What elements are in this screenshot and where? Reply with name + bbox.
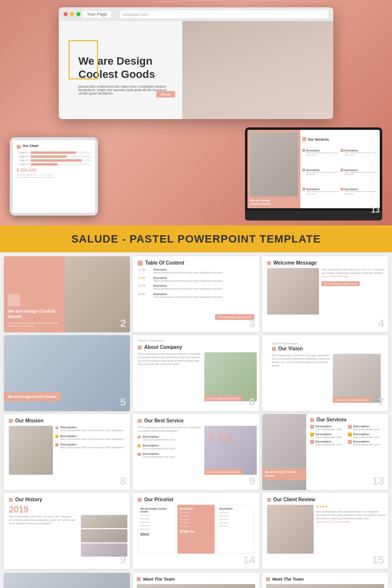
- service9-1: DescriptionSed ut perspiciatis unde: [310, 425, 346, 431]
- slide7-image: [9, 426, 53, 475]
- slide8-desc: Sed ut perspiciatis unde omnis iste natu…: [138, 426, 202, 433]
- slides-bottom-row: Meet The Team Meet The Team: [0, 573, 392, 588]
- slide12-title: Our Client Review: [273, 497, 316, 502]
- slide-card-8: Our Best Service Sed ut perspiciatis und…: [133, 414, 259, 490]
- hero-section: Your Page yourpage.com We are Design Coo…: [0, 0, 392, 225]
- laptop-left-panel: We are DesignCoolest Goods: [247, 130, 300, 208]
- slide5-header: Salude Presentation: [138, 339, 254, 342]
- service-icon-5: [302, 188, 305, 191]
- item4-desc: Sed ut perspiciatis unde omnis natus err…: [153, 295, 222, 299]
- slide9-title: Our Services: [317, 417, 347, 422]
- slide3-image: [267, 268, 319, 315]
- slide6-number: 7: [378, 396, 384, 409]
- time-4: 19.30: [138, 293, 151, 295]
- chart-icon: [17, 145, 21, 149]
- service-text-1: DescriptionSed ut perspiciatis unde omni…: [306, 149, 340, 157]
- slide1-left: We are Design Coolest Goods Sed ut persp…: [4, 256, 65, 332]
- partial-slide3-icon: [266, 577, 270, 581]
- laptop-slide-title: We are DesignCoolest Goods: [250, 199, 298, 206]
- price-col1-title: We are Design Coolest Goods: [140, 507, 172, 513]
- salude-button[interactable]: Salude: [156, 91, 175, 98]
- slide8-number: 9: [249, 475, 255, 488]
- laptop-service-6: DescriptionSed ut perspiciatis unde omni…: [341, 188, 378, 206]
- yellow-border-accent: [69, 40, 98, 79]
- service-text-5: DescriptionSed ut perspiciatis unde omni…: [306, 188, 340, 196]
- service-text-4: DescriptionSed ut perspiciatis unde omni…: [344, 169, 378, 176]
- service-icon-1: [302, 149, 305, 152]
- item2-content: Description Sed ut perspiciatis unde omn…: [153, 276, 222, 283]
- slide3-header: Welcome Message: [267, 260, 383, 266]
- service-text-c: DescriptionSed ut perspiciatis natus err…: [143, 452, 175, 459]
- slide9-icon: [310, 418, 314, 422]
- bar-bg-4: [30, 163, 91, 166]
- hero-slide-right: [182, 21, 333, 119]
- services-title: Our Services: [308, 138, 329, 141]
- slide10-year: 2019: [9, 505, 125, 515]
- chart-bar-4: Legend 4: [17, 163, 91, 166]
- laptop-service-2: DescriptionSed ut perspiciatis unde omni…: [341, 149, 378, 168]
- laptop-right-panel: Our Services DescriptionSed ut perspicia…: [300, 130, 380, 208]
- browser-bar: Your Page yourpage.com: [59, 7, 333, 21]
- slide3-title: Welcome Message: [273, 260, 317, 266]
- service-item-3: DescriptionSed ut perspiciatis natus err…: [138, 452, 202, 459]
- slide11-header: Our Pricelist: [138, 497, 254, 502]
- chart-bar-2: Legend 2: [17, 155, 91, 158]
- item1-content: Description Sed ut perspiciatis unde omn…: [153, 268, 222, 274]
- slide4-number: 5: [120, 396, 126, 409]
- slide5-tag: Salude Presentation: [138, 339, 164, 342]
- slide10-images: [81, 515, 127, 557]
- slide9-overlay: We are Design Coolest Goods: [262, 468, 306, 480]
- price-col-3: Description Description Description Desc…: [217, 505, 254, 554]
- hero-slide: We are Design Coolest Goods perspiciatis…: [59, 21, 333, 119]
- partial-slide3-title: Meet The Team: [272, 577, 304, 582]
- dot-green: [76, 12, 80, 16]
- slide-card-5: Salude Presentation About Company Sed ut…: [133, 335, 259, 411]
- slide8-items: DescriptionSed ut perspiciatis natus err…: [138, 435, 202, 459]
- bar-bg-3: [30, 159, 91, 162]
- bar-bg-2: [30, 155, 91, 158]
- mission-dot-2: [55, 435, 58, 438]
- slide7-title: Our Mission: [15, 418, 44, 423]
- slide9-number: 13: [372, 475, 384, 488]
- slide12-header: Our Client Review: [267, 497, 383, 502]
- slide-card-4: We are Design Coolest Goods 5: [4, 335, 130, 411]
- slide10-header: Our History: [9, 497, 125, 502]
- slide8-numbers: 3 54: [207, 431, 234, 446]
- slide5-desc: Sed ut perspiciatis unde omnis iste natu…: [138, 352, 202, 401]
- laptop-service-4: DescriptionSed ut perspiciatis unde omni…: [341, 169, 378, 187]
- mission-text-3: Description Sed ut perspiciatis unde omn…: [60, 443, 123, 449]
- price-col-2: Description Description Description Desc…: [177, 505, 215, 554]
- mission-dot-1: [55, 426, 58, 429]
- slide5-title-row: About Company: [138, 344, 254, 350]
- bar-label-3: Legend 3: [17, 159, 29, 162]
- tablet-content: Our Chart Legend 1 Legend 2 Legend 3 Leg…: [13, 140, 95, 213]
- laptop-service-1: DescriptionSed ut perspiciatis unde omni…: [302, 149, 340, 168]
- slide7-number: 8: [120, 475, 126, 488]
- slide5-icon: [138, 345, 142, 349]
- slide1-subtitle: Sed ut perspiciatis unde omnis iste natu…: [8, 321, 61, 327]
- laptop-slide-number: 13: [371, 206, 380, 211]
- laptop-screen: We are DesignCoolest Goods Our Services …: [245, 127, 382, 211]
- partial-slide3-header: Meet The Team: [266, 577, 384, 582]
- service-text-3: DescriptionSed ut perspiciatis unde omni…: [306, 169, 340, 176]
- slide2-icon: [138, 261, 143, 266]
- mission-desc-3: Sed ut perspiciatis unde omnis iste natu…: [60, 446, 123, 449]
- slide5-number: 6: [249, 396, 255, 409]
- service9-3: DescriptionSed ut perspiciatis unde: [310, 433, 346, 439]
- service-dot-2: [138, 444, 141, 447]
- laptop-image: [250, 132, 298, 196]
- bar-fill-3: [30, 159, 82, 162]
- slide12-icon: [267, 498, 271, 502]
- slide-card-10: Our History 2019 Sed ut perspiciatis und…: [4, 493, 130, 569]
- laptop-base: [245, 211, 382, 220]
- bar-label-2: Legend 2: [17, 155, 29, 158]
- chart-bar-1: Legend 1: [17, 151, 91, 154]
- slide11-number: 14: [243, 554, 255, 566]
- slide-card-12: Our Client Review ★★★★ Sed ut perspiciat…: [262, 493, 388, 569]
- service9-icon-2: [348, 425, 352, 429]
- dot-red: [64, 12, 68, 16]
- mission-text-1: Description Sed ut perspiciatis unde omn…: [60, 426, 123, 432]
- slide6-title: Our Vision: [278, 346, 303, 351]
- price-col-1: We are Design Coolest Goods Description …: [138, 505, 175, 554]
- slide8-header: Our Best Service: [138, 418, 254, 423]
